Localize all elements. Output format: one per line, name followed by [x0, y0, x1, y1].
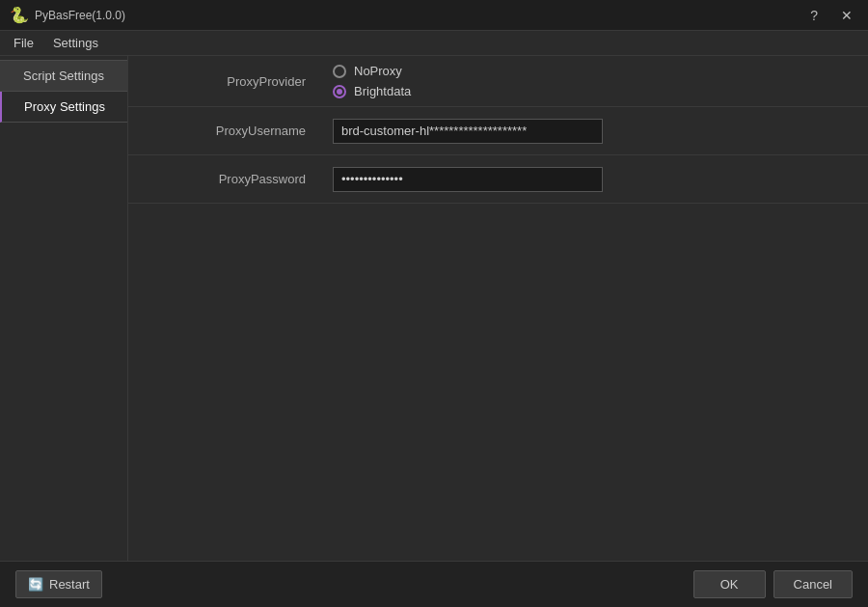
- cancel-button[interactable]: Cancel: [773, 570, 853, 598]
- menu-file[interactable]: File: [4, 33, 43, 53]
- app-icon: 🐍: [10, 6, 29, 24]
- close-button[interactable]: ✕: [835, 6, 858, 25]
- help-button[interactable]: ?: [804, 6, 824, 25]
- main-content: Script Settings Proxy Settings ProxyProv…: [0, 56, 868, 561]
- sidebar: Script Settings Proxy Settings: [0, 56, 128, 561]
- settings-table: ProxyProvider NoProxy Brightdata: [128, 56, 868, 204]
- radio-noproxy-label: NoProxy: [354, 64, 402, 78]
- ok-button[interactable]: OK: [693, 570, 766, 598]
- bottom-right-buttons: OK Cancel: [693, 570, 853, 598]
- restart-label: Restart: [49, 577, 90, 592]
- radio-brightdata[interactable]: Brightdata: [333, 84, 411, 98]
- restart-button[interactable]: 🔄 Restart: [15, 570, 102, 598]
- app-title: PyBasFree(1.0.0): [35, 9, 125, 22]
- proxy-provider-row: ProxyProvider NoProxy Brightdata: [128, 56, 868, 107]
- sidebar-item-proxy-settings[interactable]: Proxy Settings: [0, 92, 127, 123]
- menu-settings[interactable]: Settings: [43, 33, 108, 53]
- proxy-provider-radio-group: NoProxy Brightdata: [333, 64, 411, 98]
- restart-icon: 🔄: [28, 577, 43, 592]
- proxy-password-value: [321, 159, 868, 200]
- title-bar: 🐍 PyBasFree(1.0.0) ? ✕: [0, 0, 868, 31]
- radio-noproxy[interactable]: NoProxy: [333, 64, 411, 78]
- radio-brightdata-label: Brightdata: [354, 84, 411, 98]
- menu-bar: File Settings: [0, 31, 868, 56]
- title-bar-right: ? ✕: [804, 6, 858, 25]
- radio-noproxy-circle: [333, 65, 346, 78]
- proxy-password-input[interactable]: [333, 167, 603, 192]
- sidebar-item-script-settings[interactable]: Script Settings: [0, 60, 127, 92]
- proxy-provider-value: NoProxy Brightdata: [321, 56, 868, 106]
- proxy-username-label: ProxyUsername: [128, 124, 321, 138]
- proxy-username-input[interactable]: [333, 119, 603, 144]
- proxy-username-row: ProxyUsername: [128, 107, 868, 155]
- proxy-provider-label: ProxyProvider: [128, 74, 321, 89]
- radio-brightdata-circle: [333, 85, 346, 98]
- proxy-username-value: [321, 111, 868, 152]
- settings-panel: ProxyProvider NoProxy Brightdata: [128, 56, 868, 561]
- bottom-bar: 🔄 Restart OK Cancel: [0, 561, 868, 607]
- proxy-password-row: ProxyPassword: [128, 155, 868, 204]
- proxy-password-label: ProxyPassword: [128, 172, 321, 186]
- title-bar-left: 🐍 PyBasFree(1.0.0): [10, 6, 125, 24]
